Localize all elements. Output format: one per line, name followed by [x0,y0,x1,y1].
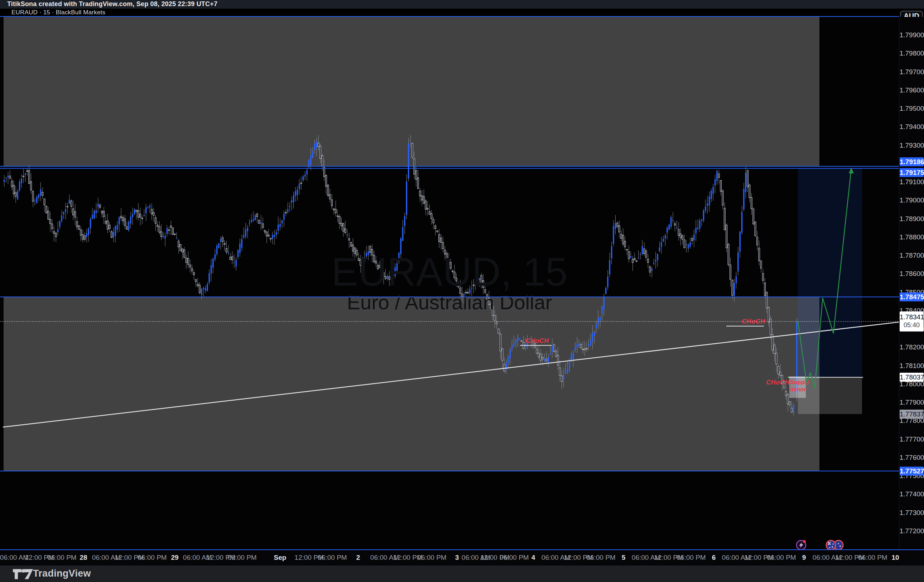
candle [97,204,99,207]
lower-shaded-band [3,297,819,471]
candle [657,254,658,260]
candle [592,333,593,342]
candle [768,308,770,322]
candle [185,258,187,263]
candle [32,191,34,201]
candle [67,207,68,207]
candle [320,146,321,159]
alert-dot [803,540,806,543]
candle [412,143,413,157]
candle [38,195,40,198]
candle [11,181,13,187]
price-tick-label: 1.77400 [899,490,924,498]
candle [762,273,764,280]
candle [536,349,538,353]
candle [300,183,302,184]
price-level-label-white[interactable]: 1.78037 [900,373,924,382]
candle [78,226,80,230]
symbol-title[interactable]: EURAUD · 15 · BlackBull Markets [12,9,105,16]
candle [605,288,607,294]
candle [226,248,228,252]
price-level-label-blue[interactable]: 1.79186 [900,157,924,166]
price-axis[interactable]: 1.799001.798001.797001.796001.795001.794… [899,17,924,549]
time-tick-label: Sep [274,554,287,562]
candle [136,210,137,212]
aud-flag-event-icon[interactable] [826,541,843,549]
chart-canvas[interactable]: EURAUD, 15Euro / Australian DollarSupply… [0,17,899,549]
candle [105,221,107,223]
candle [441,238,442,243]
candle [117,225,118,230]
attribution-text: TitikSona created with TradingView.com, … [7,0,218,8]
candle [30,182,32,190]
candle [195,279,196,282]
time-tick-label: 3 [455,554,459,562]
projection-demand-box[interactable] [798,169,862,377]
candle [5,178,7,179]
candle [111,231,112,237]
candle [793,405,794,412]
candle [557,355,559,365]
candle [498,329,499,334]
candle [624,241,626,247]
economic-event-icon[interactable] [797,540,806,549]
candle [168,230,170,230]
candle [138,210,139,217]
candle [502,349,503,360]
candle [190,265,191,267]
candle [686,245,687,245]
candle [556,351,557,357]
candle [500,334,502,351]
price-level-label-blue[interactable]: 1.77527 [900,466,924,476]
chart-plot-area[interactable]: EURAUD, 15Euro / Australian DollarSupply… [0,17,899,549]
candle [509,349,511,359]
price-level-label-blue[interactable]: 1.78475 [900,293,924,301]
time-tick-label: 28 [79,554,87,562]
price-level-label-gray[interactable]: 1.77837 [900,410,924,418]
candle [724,208,726,230]
candle [172,228,174,235]
time-axis[interactable]: 06:00 AM12:00 PM06:00 PM2806:00 AM12:00 … [0,549,899,565]
candle [247,228,248,231]
candle [427,208,428,209]
candle [151,209,153,214]
tradingview-logo-icon[interactable] [12,568,35,580]
tradingview-logo-text[interactable]: TradingView [33,568,91,579]
candle [35,201,36,202]
candle [295,191,296,196]
price-tick-label: 1.79500 [899,104,924,113]
candle [318,143,319,147]
price-tick-label: 1.77300 [899,509,924,517]
price-tick-label: 1.79600 [899,86,924,94]
candle [515,340,516,344]
candle [713,187,714,194]
candle [182,249,183,252]
candle [561,376,563,382]
tradingview-chart-app: TitikSona created with TradingView.com, … [0,0,924,582]
candle [132,214,133,217]
candle [80,230,82,235]
candle [180,245,181,251]
candle [613,226,614,244]
candle [234,262,235,263]
time-tick-label: 06:00 PM [47,554,76,562]
candle [333,209,335,210]
price-level-label-blue[interactable]: 1.79175 [900,168,924,177]
candle [57,229,59,232]
time-tick-label: 06:00 PM [137,554,167,562]
candle [134,209,135,214]
candle [243,235,244,238]
candle [745,173,746,192]
candle [314,144,315,150]
candle [404,216,406,226]
last-price-countdown-label[interactable]: 1.7834105:40 [900,311,924,331]
time-tick-label: 5 [622,554,626,562]
candle [124,218,126,225]
candle [538,353,540,357]
candle [716,171,718,181]
candle [755,222,756,236]
candle [584,349,586,350]
candle [251,220,252,222]
choch-label: CHoCH [525,337,549,344]
candle [92,215,93,218]
